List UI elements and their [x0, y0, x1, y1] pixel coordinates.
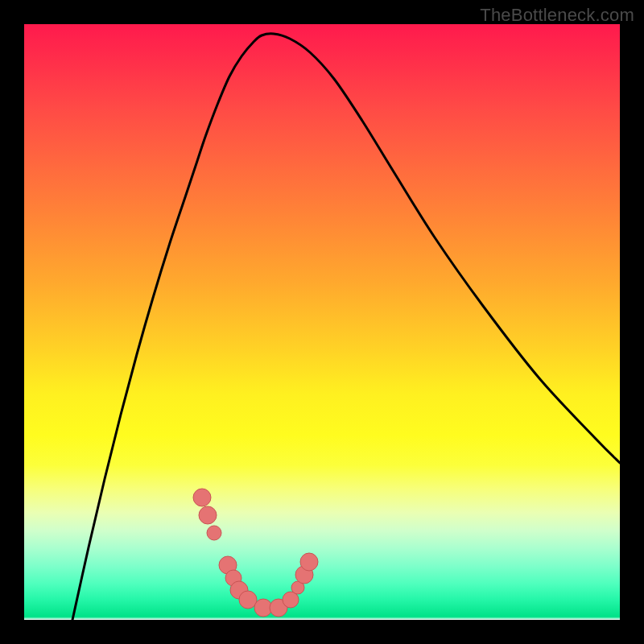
data-marker: [199, 506, 217, 524]
data-marker: [300, 553, 318, 571]
curve-layer: [24, 24, 620, 620]
chart-frame: TheBottleneck.com: [0, 0, 644, 644]
plot-area: [24, 24, 620, 620]
attribution-text: TheBottleneck.com: [480, 5, 634, 26]
data-marker: [193, 489, 211, 506]
curve-markers: [193, 489, 318, 617]
data-marker: [239, 591, 257, 609]
bottleneck-curve: [72, 34, 620, 620]
data-marker: [207, 526, 221, 540]
